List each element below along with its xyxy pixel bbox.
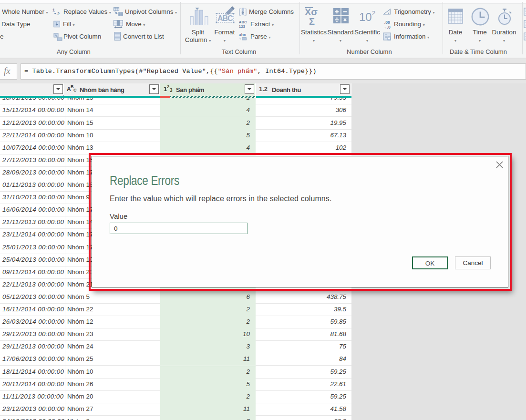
svg-text:123: 123 <box>239 24 246 29</box>
svg-text:abc: abc <box>239 32 246 37</box>
svg-text:Σ: Σ <box>309 16 315 27</box>
svg-text:2: 2 <box>57 11 60 16</box>
svg-text:1: 1 <box>52 8 55 12</box>
svg-text:ABC: ABC <box>239 20 247 24</box>
svg-text:2: 2 <box>372 10 375 17</box>
svg-text:.00: .00 <box>384 20 390 25</box>
svg-text:Xσ: Xσ <box>305 7 318 17</box>
svg-text:→.0: →.0 <box>383 25 391 30</box>
svg-text:10: 10 <box>359 10 372 23</box>
